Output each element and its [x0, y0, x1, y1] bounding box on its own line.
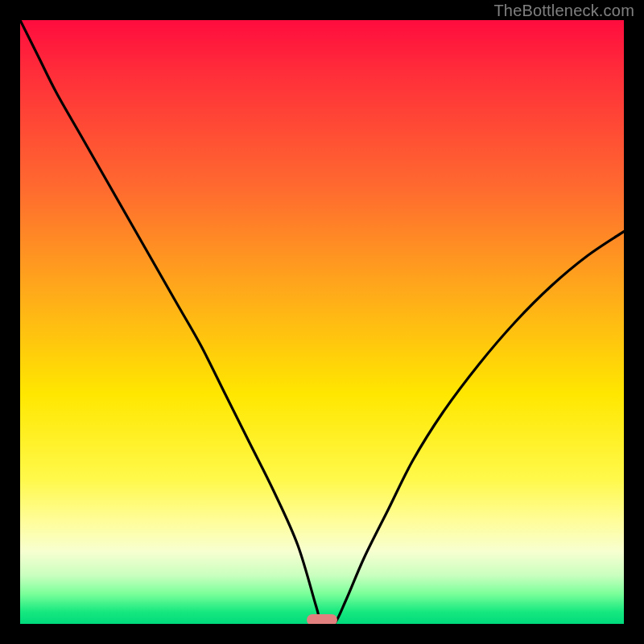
plot-area — [20, 20, 624, 624]
bottleneck-curve — [20, 20, 624, 624]
watermark-text: TheBottleneck.com — [493, 2, 634, 20]
chart-frame: TheBottleneck.com — [0, 0, 644, 644]
optimal-marker — [307, 614, 337, 624]
